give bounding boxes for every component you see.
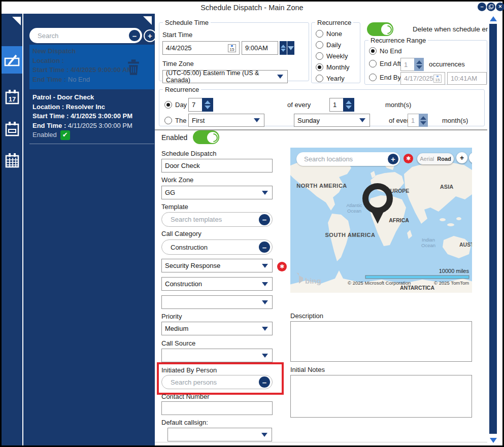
- plus-icon: +: [148, 32, 152, 40]
- minimize-button[interactable]: –: [478, 3, 486, 11]
- recurrence-option-daily[interactable]: Daily: [316, 41, 341, 49]
- calendar-month-icon: [5, 152, 20, 168]
- sidebar-corner-triangle-icon[interactable]: [12, 17, 21, 25]
- ordinal-dropdown[interactable]: First: [188, 114, 264, 127]
- calendar-picker-icon[interactable]: 15: [433, 75, 442, 83]
- option-label: None: [326, 30, 342, 38]
- initiated-by-search-input[interactable]: Search persons –: [161, 375, 273, 389]
- radio-icon[interactable]: [164, 117, 172, 124]
- scroll-up-arrow-icon[interactable]: [490, 16, 497, 21]
- call-type-dropdown[interactable]: Security Response: [161, 259, 273, 272]
- delete-when-ends-toggle[interactable]: [367, 22, 393, 36]
- contact-number-input[interactable]: [161, 401, 273, 415]
- panel-corner-triangle-icon[interactable]: [143, 16, 152, 25]
- sidebar-item-schedule-editor[interactable]: [2, 46, 22, 74]
- close-button[interactable]: ✕: [496, 3, 504, 11]
- radio-icon[interactable]: [316, 41, 323, 49]
- option-label: End By: [380, 74, 401, 81]
- map-label-north-america: NORTH AMERICA: [296, 183, 347, 189]
- spinner-buttons[interactable]: [343, 98, 354, 112]
- sidebar: 17: [2, 14, 22, 445]
- add-dispatch-button[interactable]: +: [144, 29, 156, 42]
- recurrence-option-monthly[interactable]: Monthly: [316, 63, 350, 71]
- aerial-view-button[interactable]: Aerial: [420, 156, 434, 162]
- template-placeholder: Search templates: [171, 216, 222, 223]
- radio-icon[interactable]: [316, 52, 323, 60]
- priority-value: Medium: [165, 325, 188, 332]
- sidebar-item-day-calendar[interactable]: 17: [2, 83, 22, 111]
- initiated-by-clear-button[interactable]: –: [259, 376, 270, 388]
- map-add-location-button[interactable]: +: [388, 154, 398, 164]
- radio-icon[interactable]: [369, 47, 377, 55]
- sidebar-item-week-calendar[interactable]: [2, 115, 22, 143]
- work-zone-dropdown[interactable]: GG: [161, 186, 273, 199]
- end-label: End Time :: [32, 76, 66, 83]
- restore-button[interactable]: [487, 3, 495, 11]
- template-search-input[interactable]: Search templates –: [161, 212, 273, 227]
- location-map[interactable]: NORTH AMERICA EUROPE ASIA Atlantic Ocean…: [290, 148, 472, 293]
- end-by-date-field[interactable]: 4/17/2025 15: [400, 72, 445, 85]
- calendar-week-icon: [5, 121, 20, 137]
- time-zone-dropdown[interactable]: (UTC-05:00) Eastern Time (US & Canada): [162, 70, 288, 83]
- weekday-dropdown[interactable]: Sunday: [294, 114, 370, 127]
- radio-icon[interactable]: [316, 63, 323, 71]
- map-label-indian: Indian: [422, 237, 435, 243]
- priority-dropdown[interactable]: Medium: [161, 322, 273, 335]
- spinner-buttons[interactable]: [414, 58, 424, 71]
- start-date-field[interactable]: 4/4/2025 15: [162, 41, 240, 55]
- dispatch-list-item-selected[interactable]: New Dispatch Location : Start Time : 4/4…: [29, 45, 154, 89]
- range-no-end[interactable]: No End: [369, 47, 401, 55]
- call-subtype-value: Construction: [165, 280, 202, 288]
- spinner-buttons[interactable]: [202, 98, 213, 112]
- dispatch-search-input[interactable]: Search –: [29, 28, 142, 43]
- template-clear-button[interactable]: –: [259, 214, 270, 225]
- road-view-button[interactable]: Road: [437, 156, 451, 162]
- radio-icon[interactable]: [316, 30, 323, 38]
- month-spinner[interactable]: 1: [329, 98, 354, 112]
- schedule-dispatch-input[interactable]: Door Check: [161, 159, 273, 173]
- call-subtype-dropdown[interactable]: Construction: [161, 277, 273, 291]
- calendar-picker-icon[interactable]: 15: [228, 44, 236, 52]
- dispatch-search-clear-button[interactable]: –: [129, 30, 140, 41]
- map-zoom-in-button[interactable]: +: [456, 152, 467, 163]
- end-by-time-field[interactable]: 10:41AM: [447, 72, 487, 85]
- monthly-the-option[interactable]: The: [164, 117, 186, 124]
- call-category-clear-button[interactable]: –: [259, 242, 270, 253]
- vertical-scrollbar[interactable]: [488, 14, 498, 445]
- radio-icon[interactable]: [164, 101, 172, 109]
- delete-dispatch-trash-icon[interactable]: [127, 59, 140, 76]
- option-label: Yearly: [326, 75, 345, 82]
- bottom-divider: [155, 442, 487, 442]
- sidebar-item-month-calendar[interactable]: [2, 146, 22, 174]
- recurrence-option-yearly[interactable]: Yearly: [316, 75, 345, 82]
- radio-icon[interactable]: [369, 74, 377, 81]
- map-scale-label: 10000 miles: [439, 268, 469, 274]
- description-textarea[interactable]: [290, 321, 472, 362]
- monthly-day-option[interactable]: Day: [164, 101, 187, 109]
- time-dropdown-button[interactable]: [287, 41, 294, 55]
- range-end-by[interactable]: End By: [369, 74, 401, 81]
- asterisk-icon: ✱: [280, 263, 284, 270]
- spinner-buttons[interactable]: [419, 114, 428, 127]
- occurrences-spinner[interactable]: 1: [400, 58, 424, 71]
- scrollbar-thumb[interactable]: [489, 24, 497, 434]
- call-source-dropdown[interactable]: [161, 349, 273, 362]
- initial-notes-textarea[interactable]: [290, 375, 472, 418]
- recurrence-option-weekly[interactable]: Weekly: [316, 52, 348, 60]
- work-zone-label: Work Zone: [161, 176, 193, 184]
- time-up-down-button[interactable]: [280, 41, 287, 55]
- scroll-down-arrow-icon[interactable]: [490, 438, 497, 443]
- default-callsign-dropdown[interactable]: [167, 428, 272, 441]
- dispatch-list-item[interactable]: Patrol - Door Check Location : Resolver …: [29, 91, 154, 143]
- day-spinner[interactable]: 7: [188, 98, 213, 112]
- call-category-search-input[interactable]: Construction –: [161, 239, 273, 255]
- radio-icon[interactable]: [316, 75, 323, 82]
- call-detail-dropdown[interactable]: [161, 295, 273, 309]
- recurrence-option-none[interactable]: None: [316, 30, 342, 38]
- enabled-checkbox[interactable]: ✔: [60, 130, 70, 140]
- start-time-field[interactable]: 9:00AM: [242, 41, 278, 55]
- month-spinner-disabled[interactable]: 1: [408, 114, 428, 127]
- enabled-toggle[interactable]: [193, 130, 219, 144]
- map-search-input[interactable]: Search locations +: [296, 152, 400, 166]
- radio-icon[interactable]: [369, 60, 377, 67]
